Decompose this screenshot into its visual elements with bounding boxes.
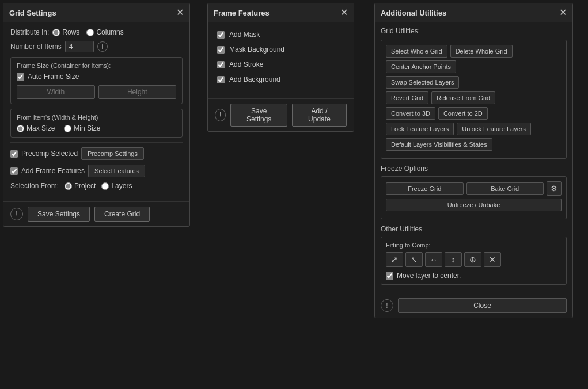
auto-frame-size-row: Auto Frame Size bbox=[17, 73, 176, 81]
frame-features-title: Frame Features bbox=[214, 9, 270, 17]
info-icon[interactable]: i bbox=[97, 41, 108, 52]
project-label: Project bbox=[74, 182, 96, 190]
frame-features-close[interactable]: ✕ bbox=[340, 8, 348, 17]
mask-background-label: Mask Background bbox=[229, 45, 284, 54]
selection-from-label: Selection From: bbox=[10, 182, 59, 190]
btn-row-5: Convert to 3D Convert to 2D bbox=[386, 107, 562, 120]
rows-radio-label[interactable]: Rows bbox=[52, 28, 79, 36]
number-of-items-row: Number of Items i bbox=[10, 41, 183, 52]
swap-selected-layers-button[interactable]: Swap Selected Layers bbox=[386, 76, 459, 89]
freeze-row-2: Unfreeze / Unbake bbox=[386, 199, 562, 211]
convert-to-2d-button[interactable]: Convert to 2D bbox=[438, 107, 488, 120]
grid-settings-panel: Grid Settings ✕ Distribute In: Rows Colu… bbox=[3, 3, 190, 227]
min-size-radio[interactable] bbox=[64, 125, 71, 132]
columns-label: Columns bbox=[96, 28, 123, 36]
number-of-items-label: Number of Items bbox=[10, 43, 62, 51]
fit-icon-horizontal[interactable]: ↔ bbox=[425, 252, 442, 267]
alert-icon-grid[interactable]: ! bbox=[10, 208, 23, 220]
btn-row-2: Center Anchor Points bbox=[386, 60, 562, 73]
unlock-feature-layers-button[interactable]: Unlock Feature Layers bbox=[457, 123, 531, 135]
width-height-row: Width Height bbox=[17, 85, 176, 99]
freeze-options-grid: Freeze Grid Bake Grid ⚙ Unfreeze / Unbak… bbox=[381, 176, 567, 219]
alert-icon-util[interactable]: ! bbox=[381, 299, 393, 312]
rows-radio[interactable] bbox=[52, 29, 60, 36]
frame-size-label: Frame Size (Container for Items): bbox=[17, 62, 176, 69]
height-input[interactable]: Height bbox=[98, 85, 177, 99]
btn-row-6: Lock Feature Layers Unlock Feature Layer… bbox=[386, 123, 562, 135]
grid-utilities-grid: Select Whole Grid Delete Whole Grid Cent… bbox=[381, 40, 567, 159]
precomp-settings-button[interactable]: Precomp Settings bbox=[81, 147, 144, 160]
auto-frame-size-label: Auto Frame Size bbox=[28, 73, 79, 81]
bake-grid-button[interactable]: Bake Grid bbox=[466, 182, 544, 195]
auto-frame-size-checkbox[interactable] bbox=[17, 73, 24, 81]
columns-radio-label[interactable]: Columns bbox=[86, 28, 123, 36]
rows-label: Rows bbox=[62, 28, 79, 36]
add-stroke-checkbox[interactable] bbox=[217, 61, 225, 68]
select-features-button[interactable]: Select Features bbox=[88, 165, 145, 177]
mask-background-row: Mask Background bbox=[217, 45, 344, 54]
add-background-row: Add Background bbox=[217, 75, 344, 83]
move-layer-row: Move layer to center. bbox=[386, 272, 562, 280]
add-background-checkbox[interactable] bbox=[217, 76, 225, 83]
frame-features-body: Add Mask Mask Background Add Stroke Add … bbox=[208, 22, 354, 98]
frame-size-section: Frame Size (Container for Items): Auto F… bbox=[10, 57, 183, 104]
lock-feature-layers-button[interactable]: Lock Feature Layers bbox=[386, 123, 454, 135]
divider-1 bbox=[10, 142, 183, 143]
freeze-row-1: Freeze Grid Bake Grid ⚙ bbox=[386, 181, 562, 196]
width-input[interactable]: Width bbox=[17, 85, 95, 99]
save-settings-button-frame[interactable]: Save Settings bbox=[230, 104, 287, 127]
layers-radio[interactable] bbox=[101, 182, 109, 190]
add-mask-checkbox[interactable] bbox=[217, 31, 225, 39]
grid-settings-header: Grid Settings ✕ bbox=[3, 3, 189, 22]
min-size-radio-label[interactable]: Min Size bbox=[64, 124, 100, 132]
delete-whole-grid-button[interactable]: Delete Whole Grid bbox=[450, 45, 513, 58]
fit-icon-center[interactable]: ⊕ bbox=[464, 252, 481, 267]
release-from-grid-button[interactable]: Release From Grid bbox=[431, 91, 495, 104]
from-item-section: From Item's (Width & Height) Max Size Mi… bbox=[10, 109, 183, 138]
freeze-options-title: Freeze Options bbox=[381, 165, 567, 173]
precomp-label: Precomp Selected bbox=[21, 150, 78, 158]
move-layer-checkbox[interactable] bbox=[386, 272, 393, 280]
fit-icon-shrink[interactable]: ⤡ bbox=[405, 252, 423, 267]
center-anchor-points-button[interactable]: Center Anchor Points bbox=[386, 60, 456, 73]
layers-radio-label[interactable]: Layers bbox=[101, 182, 132, 190]
add-frame-features-label: Add Frame Features bbox=[21, 167, 85, 175]
size-radio-group: Max Size Min Size bbox=[17, 124, 176, 132]
frame-features-bottom: ! Save Settings Add / Update bbox=[208, 98, 354, 131]
max-size-radio[interactable] bbox=[17, 125, 24, 132]
revert-grid-button[interactable]: Revert Grid bbox=[386, 91, 428, 104]
project-radio[interactable] bbox=[65, 182, 72, 190]
add-frame-features-checkbox[interactable] bbox=[10, 167, 18, 175]
add-update-button[interactable]: Add / Update bbox=[292, 104, 347, 127]
freeze-grid-button[interactable]: Freeze Grid bbox=[386, 182, 464, 195]
grid-settings-close[interactable]: ✕ bbox=[176, 8, 184, 17]
max-size-label: Max Size bbox=[26, 124, 55, 132]
other-utilities-section: Other Utilities Fitting to Comp: ⤢ ⤡ ↔ ↕… bbox=[381, 225, 567, 285]
gear-button[interactable]: ⚙ bbox=[547, 181, 562, 196]
max-size-radio-label[interactable]: Max Size bbox=[17, 124, 55, 132]
close-button[interactable]: Close bbox=[398, 298, 567, 313]
fit-icon-expand[interactable]: ⤢ bbox=[386, 252, 403, 267]
mask-background-checkbox[interactable] bbox=[217, 46, 225, 54]
columns-radio[interactable] bbox=[86, 29, 94, 36]
number-of-items-input[interactable] bbox=[65, 41, 94, 52]
default-layers-visibilities-button[interactable]: Default Layers Visibilities & States bbox=[386, 138, 492, 151]
fit-icon-cross[interactable]: ✕ bbox=[484, 252, 501, 267]
additional-utilities-bottom: ! Close bbox=[375, 293, 572, 318]
other-utilities-title: Other Utilities bbox=[381, 225, 567, 233]
unfreeze-unbake-button[interactable]: Unfreeze / Unbake bbox=[386, 199, 562, 211]
grid-utilities-title: Grid Utilities: bbox=[381, 27, 567, 36]
alert-icon-frame[interactable]: ! bbox=[215, 109, 226, 121]
additional-utilities-close[interactable]: ✕ bbox=[559, 8, 567, 17]
distribute-in-label: Distribute In: bbox=[10, 28, 49, 36]
frame-features-panel: Frame Features ✕ Add Mask Mask Backgroun… bbox=[207, 3, 354, 132]
precomp-checkbox[interactable] bbox=[10, 150, 18, 158]
add-mask-label: Add Mask bbox=[229, 30, 260, 39]
save-settings-button-grid[interactable]: Save Settings bbox=[28, 207, 90, 222]
project-radio-label[interactable]: Project bbox=[65, 182, 96, 190]
convert-to-3d-button[interactable]: Convert to 3D bbox=[386, 107, 435, 120]
select-whole-grid-button[interactable]: Select Whole Grid bbox=[386, 45, 447, 58]
fit-icon-vertical[interactable]: ↕ bbox=[445, 252, 462, 267]
create-grid-button[interactable]: Create Grid bbox=[94, 207, 150, 222]
add-background-label: Add Background bbox=[229, 75, 280, 83]
